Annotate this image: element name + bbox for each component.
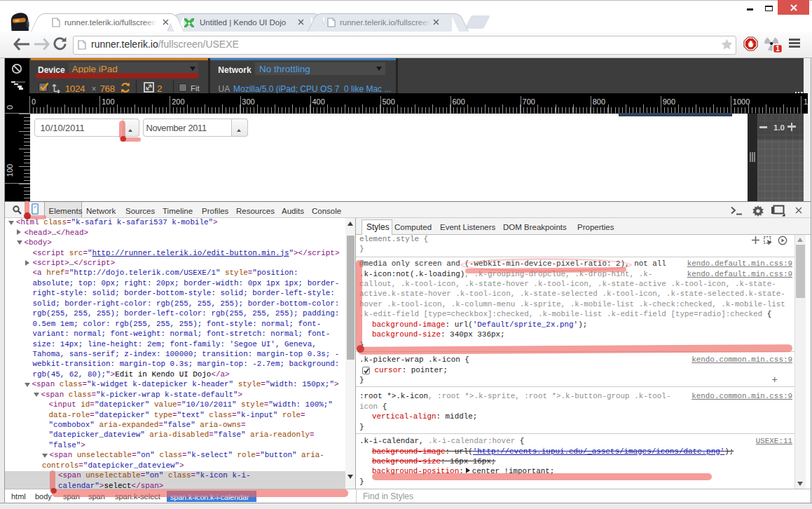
svg-text:1: 1 [776, 45, 780, 53]
